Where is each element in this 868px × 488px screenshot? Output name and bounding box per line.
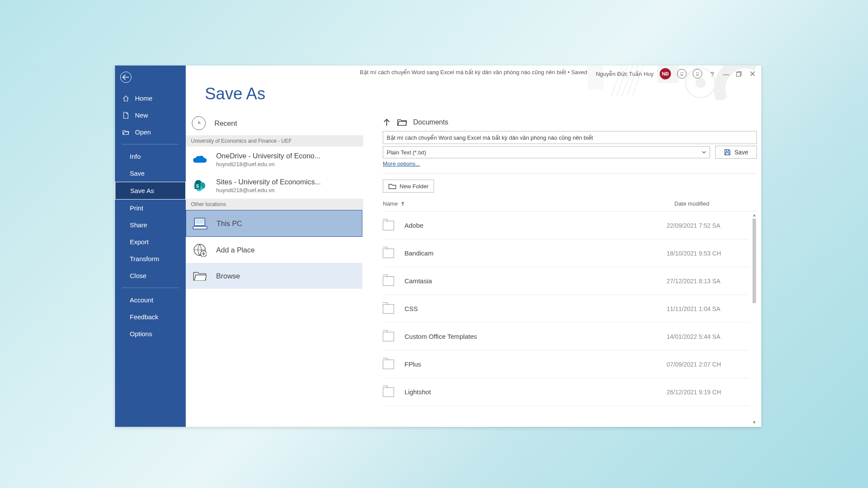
filename-input[interactable] [383, 131, 757, 144]
folder-name: FPlus [404, 360, 667, 368]
location-label: This PC [217, 219, 242, 228]
nav-info[interactable]: Info [115, 148, 186, 165]
scroll-track[interactable] [753, 219, 756, 420]
location-recent[interactable]: Recent [186, 111, 362, 135]
nav-new[interactable]: New [115, 107, 186, 124]
nav-share[interactable]: Share [115, 216, 186, 233]
folder-name: Lightshot [404, 388, 667, 396]
nav-save[interactable]: Save [115, 165, 186, 182]
folder-name: CSS [404, 305, 667, 312]
nav-export[interactable]: Export [115, 233, 186, 250]
scroll-up-icon[interactable]: ▲ [752, 213, 756, 219]
page-title: Save As [186, 75, 761, 111]
folder-row[interactable]: Custom Office Templates14/01/2022 5:44 S… [383, 323, 749, 350]
folder-row[interactable]: FPlus07/09/2021 2:07 CH [383, 350, 749, 378]
nav-feedback[interactable]: Feedback [115, 308, 186, 325]
home-icon [122, 95, 130, 102]
section-header-other: Other locations [186, 199, 363, 210]
folder-icon [383, 249, 394, 258]
folder-icon [383, 276, 394, 286]
onedrive-icon [192, 152, 207, 167]
nav-open[interactable]: Open [115, 124, 186, 141]
clock-icon [192, 116, 206, 130]
title-bar: Bật mí cách chuyển Word sang Excel mà bấ… [186, 66, 761, 75]
nav-close[interactable]: Close [115, 267, 186, 284]
help-button[interactable]: ? [708, 70, 716, 78]
folder-date: 26/12/2021 9:19 CH [667, 389, 749, 396]
file-list: Adobe22/09/2021 7:52 SABandicam18/10/202… [383, 212, 749, 406]
more-options-link[interactable]: More options... [383, 160, 757, 167]
add-place-icon [192, 242, 207, 258]
scroll-down-icon[interactable]: ▼ [752, 420, 756, 426]
document-icon [122, 112, 130, 119]
location-onedrive[interactable]: OneDrive - University of Econo... huyndt… [186, 147, 362, 173]
pc-icon [192, 216, 208, 231]
chevron-down-icon [702, 151, 706, 154]
nav-home[interactable]: Home [115, 90, 186, 107]
divider [122, 144, 179, 144]
smile-icon[interactable] [677, 69, 687, 79]
minimize-button[interactable]: — [722, 70, 730, 78]
up-button[interactable] [383, 118, 391, 127]
scrollbar[interactable]: ▲ ▼ [752, 213, 757, 426]
folder-icon [383, 332, 394, 341]
restore-button[interactable] [736, 71, 744, 77]
location-sites[interactable]: S Sites - University of Economics... huy… [186, 173, 362, 199]
file-list-area: Adobe22/09/2021 7:52 SABandicam18/10/202… [383, 212, 757, 427]
folder-icon [383, 387, 394, 397]
folder-row[interactable]: CSS11/11/2021 1:04 SA [383, 295, 749, 323]
divider [122, 288, 179, 288]
folder-date: 18/10/2021 9:53 CH [667, 250, 749, 257]
frown-icon[interactable] [693, 69, 702, 79]
location-label: Add a Place [216, 246, 255, 254]
location-add-place[interactable]: Add a Place [186, 237, 362, 263]
folder-name: Camtasia [404, 277, 667, 285]
column-headers: Name Date modified [383, 193, 757, 212]
header-date[interactable]: Date modified [674, 200, 757, 207]
backstage-main: Bật mí cách chuyển Word sang Excel mà bấ… [186, 66, 761, 427]
location-label: Sites - University of Economics... [216, 178, 321, 186]
save-icon [724, 149, 731, 156]
folder-row[interactable]: Lightshot26/12/2021 9:19 CH [383, 378, 749, 406]
nav-label: Options [130, 330, 152, 337]
avatar[interactable]: NĐ [660, 68, 671, 79]
nav-label: Close [130, 272, 146, 279]
nav-label: Save [130, 170, 145, 177]
svg-point-11 [696, 72, 697, 73]
header-name[interactable]: Name [383, 200, 674, 207]
nav-transform[interactable]: Transform [115, 250, 186, 267]
nav-save-as[interactable]: Save As [115, 182, 186, 200]
nav-label: New [135, 111, 148, 119]
word-backstage-window: Home New Open Info Save Save As Print Sh… [115, 66, 761, 427]
nav-label: Share [130, 221, 147, 229]
location-browse[interactable]: Browse [186, 263, 362, 289]
folder-icon [383, 221, 394, 230]
location-label: OneDrive - University of Econo... [216, 152, 320, 160]
nav-label: Account [130, 296, 153, 304]
folder-row[interactable]: Camtasia27/12/2021 8:13 SA [383, 267, 749, 295]
nav-options[interactable]: Options [115, 325, 186, 342]
nav-print[interactable]: Print [115, 200, 186, 216]
folder-date: 22/09/2021 7:52 SA [667, 222, 749, 229]
header-date-label: Date modified [674, 200, 709, 207]
user-name[interactable]: Nguyễn Đức Tuấn Huy [596, 71, 654, 77]
back-button[interactable] [115, 66, 186, 85]
close-button[interactable] [750, 71, 758, 76]
filetype-combo[interactable]: Plain Text (*.txt) [383, 146, 710, 158]
scroll-thumb[interactable] [753, 219, 756, 303]
filetype-value: Plain Text (*.txt) [387, 149, 426, 156]
nav-account[interactable]: Account [115, 291, 186, 308]
new-folder-button[interactable]: New Folder [383, 180, 434, 193]
save-button[interactable]: Save [715, 146, 757, 159]
nav-label: Open [135, 128, 151, 136]
location-this-pc[interactable]: This PC [186, 210, 362, 237]
content-area: Recent University of Economics and Finan… [186, 111, 761, 427]
folder-name: Bandicam [404, 249, 667, 257]
breadcrumb-label[interactable]: Documents [413, 118, 448, 126]
nav-label: Save As [130, 187, 154, 194]
folder-name: Custom Office Templates [404, 333, 667, 340]
folder-row[interactable]: Bandicam18/10/2021 9:53 CH [383, 239, 749, 267]
location-sub: huyndt218@uef.edu.vn [216, 161, 320, 167]
arrow-left-icon [120, 72, 132, 83]
folder-row[interactable]: Adobe22/09/2021 7:52 SA [383, 212, 749, 239]
